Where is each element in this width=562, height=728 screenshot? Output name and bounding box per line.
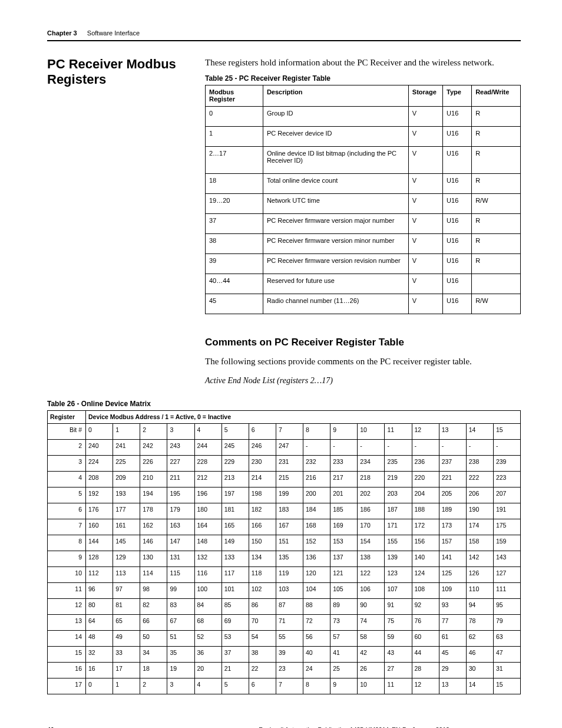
table-row: 3224225226227228229230231232233234235236… xyxy=(48,456,521,472)
matrix-cell: 246 xyxy=(249,440,276,456)
matrix-cell: 28 xyxy=(412,663,439,678)
matrix-cell: 135 xyxy=(276,551,303,567)
matrix-cell: 244 xyxy=(194,440,222,456)
table-cell: 38 xyxy=(206,234,263,254)
table-cell: 18 xyxy=(206,174,263,194)
matrix-cell: 143 xyxy=(493,551,520,567)
matrix-cell: 51 xyxy=(167,631,194,647)
matrix-cell: 150 xyxy=(249,535,276,551)
intro-paragraph: These registers hold information about t… xyxy=(205,57,521,68)
matrix-cell: 29 xyxy=(439,663,466,678)
matrix-cell: 171 xyxy=(385,519,412,535)
matrix-cell: 54 xyxy=(249,631,276,647)
matrix-cell: 203 xyxy=(385,487,412,503)
matrix-cell: 115 xyxy=(167,567,194,583)
table-cell: PC Receiver firmware version minor numbe… xyxy=(263,234,408,254)
table-cell: Total online device count xyxy=(263,174,408,194)
bit-number-cell: 8 xyxy=(303,424,330,440)
matrix-cell: 201 xyxy=(330,487,358,503)
matrix-cell: 63 xyxy=(493,631,520,647)
matrix-cell: 76 xyxy=(412,615,439,631)
matrix-cell: 224 xyxy=(86,456,113,472)
matrix-cell: 98 xyxy=(140,583,167,599)
bit-number-cell: 5 xyxy=(222,424,249,440)
matrix-cell: 77 xyxy=(439,615,466,631)
matrix-cell: 100 xyxy=(194,583,222,599)
table-cell: R xyxy=(472,254,521,274)
matrix-cell: 182 xyxy=(249,503,276,519)
matrix-cell: 218 xyxy=(358,472,385,487)
matrix-cell: 50 xyxy=(140,631,167,647)
comments-heading: Comments on PC Receiver Register Table xyxy=(205,337,521,348)
table-cell: PC Receiver device ID xyxy=(263,127,408,147)
matrix-cell: 118 xyxy=(249,567,276,583)
register-cell: 15 xyxy=(48,647,86,663)
matrix-cell: 85 xyxy=(222,599,249,615)
content-columns: PC Receiver Modbus Registers These regis… xyxy=(47,57,521,396)
matrix-cell: 71 xyxy=(276,615,303,631)
matrix-cell: 236 xyxy=(412,456,439,472)
bit-number-row: Bit #0123456789101112131415 xyxy=(48,424,521,440)
matrix-cell: 37 xyxy=(222,647,249,663)
table-cell: R xyxy=(472,147,521,174)
matrix-cell: 162 xyxy=(140,519,167,535)
matrix-cell: 178 xyxy=(140,503,167,519)
table-cell: U16 xyxy=(443,214,472,234)
table-cell: 39 xyxy=(206,254,263,274)
matrix-cell: 169 xyxy=(330,519,358,535)
matrix-cell: 99 xyxy=(167,583,194,599)
matrix-cell: 173 xyxy=(439,519,466,535)
matrix-cell: 17 xyxy=(113,663,140,678)
matrix-cell: 117 xyxy=(222,567,249,583)
matrix-cell: 46 xyxy=(466,647,493,663)
matrix-cell: 24 xyxy=(303,663,330,678)
table-row: 40…44Reserved for future useVU16 xyxy=(206,274,521,294)
matrix-cell: 110 xyxy=(466,583,493,599)
matrix-cell: 62 xyxy=(466,631,493,647)
matrix-cell: 175 xyxy=(493,519,520,535)
matrix-cell: 0 xyxy=(86,678,113,694)
matrix-cell: 223 xyxy=(493,472,520,487)
bit-number-cell: 0 xyxy=(86,424,113,440)
matrix-cell: 134 xyxy=(249,551,276,567)
matrix-cell: 239 xyxy=(493,456,520,472)
table-cell: U16 xyxy=(443,107,472,127)
matrix-cell: 43 xyxy=(385,647,412,663)
matrix-cell: 136 xyxy=(303,551,330,567)
matrix-cell: - xyxy=(330,440,358,456)
matrix-cell: 47 xyxy=(493,647,520,663)
table-row: 1532333435363738394041424344454647 xyxy=(48,647,521,663)
matrix-cell: 111 xyxy=(493,583,520,599)
matrix-cell: 247 xyxy=(276,440,303,456)
table-cell: R xyxy=(472,107,521,127)
table-cell: V xyxy=(408,147,442,174)
matrix-cell: 18 xyxy=(140,663,167,678)
matrix-cell: 106 xyxy=(358,583,385,599)
matrix-cell: 225 xyxy=(113,456,140,472)
matrix-cell: 70 xyxy=(249,615,276,631)
th-type: Type xyxy=(443,85,472,107)
matrix-cell: 205 xyxy=(439,487,466,503)
matrix-cell: 68 xyxy=(194,615,222,631)
table-row: 9128129130131132133134135136137138139140… xyxy=(48,551,521,567)
matrix-cell: 92 xyxy=(412,599,439,615)
left-column: PC Receiver Modbus Registers xyxy=(47,57,189,88)
matrix-cell: 206 xyxy=(466,487,493,503)
matrix-cell: - xyxy=(493,440,520,456)
matrix-cell: 104 xyxy=(303,583,330,599)
table-cell: V xyxy=(408,174,442,194)
matrix-cell: 120 xyxy=(303,567,330,583)
matrix-cell: 232 xyxy=(303,456,330,472)
matrix-cell: 34 xyxy=(140,647,167,663)
matrix-cell: 107 xyxy=(385,583,412,599)
table-cell: R xyxy=(472,234,521,254)
matrix-cell: 226 xyxy=(140,456,167,472)
matrix-cell: 229 xyxy=(222,456,249,472)
matrix-cell: 81 xyxy=(113,599,140,615)
matrix-cell: 78 xyxy=(466,615,493,631)
table-row: 1196979899100101102103104105106107108109… xyxy=(48,583,521,599)
matrix-cell: 25 xyxy=(330,663,358,678)
matrix-cell: 126 xyxy=(466,567,493,583)
matrix-cell: 227 xyxy=(167,456,194,472)
table-cell: U16 xyxy=(443,274,472,294)
